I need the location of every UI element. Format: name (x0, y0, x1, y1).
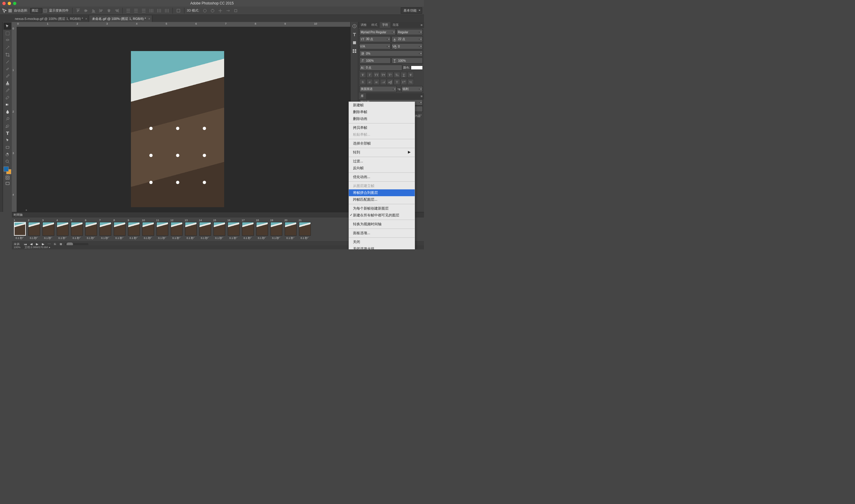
timeline-frame[interactable]: 180.1 秒˅ (255, 219, 269, 240)
bold-button[interactable]: T (359, 72, 366, 78)
window-minimize-icon[interactable] (8, 2, 11, 5)
frame-delay[interactable]: 0.1 秒˅ (300, 236, 309, 240)
frame-thumb[interactable] (242, 222, 254, 236)
timeline-frame[interactable]: 10.1 秒˅ (13, 219, 27, 240)
timeline-tab-label[interactable]: 时间轴 (14, 213, 22, 217)
frame-thumb[interactable] (85, 222, 97, 236)
auto-select-checkbox[interactable] (8, 9, 12, 13)
ctx-delete-frame[interactable]: 删除单帧 (349, 109, 415, 115)
blur-tool[interactable] (3, 108, 11, 115)
ctx-visible-all-frames[interactable]: ✓新建在所有帧中都可见的图层 (349, 212, 415, 219)
healing-tool[interactable] (3, 65, 11, 72)
baseline-field[interactable]: 0 点 (365, 66, 402, 70)
frame-thumb[interactable] (256, 222, 268, 236)
align-left-icon[interactable] (98, 8, 105, 14)
show-transform-checkbox[interactable] (43, 9, 47, 13)
frame-delay[interactable]: 0.1 秒˅ (229, 236, 238, 240)
panel-menu-icon[interactable]: ≡ (419, 93, 424, 99)
horizontal-ruler[interactable]: 012345678910 (17, 22, 350, 27)
hscale-field[interactable]: 100% (397, 59, 423, 62)
timeline-frame[interactable]: 160.1 秒˅ (227, 219, 241, 240)
vertical-ruler[interactable]: 01234 (12, 27, 17, 212)
crop-tool[interactable] (3, 51, 11, 58)
character-panel-icon[interactable] (352, 32, 357, 37)
ordinals-button[interactable]: ad̲ (387, 79, 393, 85)
frame-thumb[interactable] (128, 222, 140, 236)
italic-button[interactable]: T (366, 72, 373, 78)
ctx-optimize[interactable]: 优化动画... (349, 174, 415, 180)
timeline-frame[interactable]: 200.1 秒˅ (284, 219, 298, 240)
smallcaps-button[interactable]: Tᴛ (380, 72, 387, 78)
frame-thumb[interactable] (299, 222, 311, 236)
marquee-tool[interactable] (3, 30, 11, 37)
timeline-frame[interactable]: 20.1 秒˅ (27, 219, 41, 240)
frame-delay[interactable]: 0.1 秒˅ (58, 236, 67, 240)
timeline-frame[interactable]: 110.1 秒˅ (156, 219, 169, 240)
tab-paragraph[interactable]: 段落 (390, 22, 401, 28)
timeline-frame[interactable]: 190.1 秒˅ (270, 219, 283, 240)
chevron-down-icon[interactable] (419, 46, 423, 47)
ctx-convert-video[interactable]: 转换为视频时间轴 (349, 221, 415, 228)
frame-delay[interactable]: 0.1 秒˅ (244, 236, 252, 240)
distribute-top-icon[interactable] (125, 8, 131, 14)
brush-tool[interactable] (3, 72, 11, 79)
ctx-tween[interactable]: 过渡... (349, 158, 415, 165)
screen-mode-icon[interactable] (3, 180, 11, 186)
frame-delay[interactable]: 0.1 秒˅ (201, 236, 209, 240)
strikethrough-button[interactable]: T (407, 72, 414, 78)
language-field[interactable]: 美国英语 (360, 87, 393, 91)
frame-thumb[interactable] (14, 222, 26, 236)
close-icon[interactable]: × (86, 17, 87, 20)
chevron-down-icon[interactable] (393, 89, 396, 90)
timeline-frame[interactable]: 30.1 秒˅ (41, 219, 55, 240)
rectangle-tool[interactable] (3, 144, 11, 151)
close-icon[interactable]: × (148, 17, 150, 20)
frame-thumb[interactable] (100, 222, 111, 236)
window-close-icon[interactable] (2, 2, 6, 5)
stylistic-button[interactable]: st (373, 79, 380, 85)
3d-slide-icon[interactable] (225, 8, 231, 14)
timeline-frame[interactable]: 120.1 秒˅ (170, 219, 183, 240)
lasso-tool[interactable] (3, 37, 11, 44)
ctx-flatten-frames[interactable]: 将帧拼合到图层 (349, 190, 415, 196)
text-color-swatch[interactable] (411, 66, 423, 70)
timeline-frame[interactable]: 130.1 秒˅ (184, 219, 198, 240)
ctx-close[interactable]: 关闭 (349, 239, 415, 246)
frame-delay[interactable]: 0.1 秒˅ (44, 236, 53, 240)
ctx-match-layers[interactable]: 跨帧匹配图层... (349, 196, 415, 203)
subscript-button[interactable]: T₁ (394, 72, 400, 78)
color-panel-icon[interactable] (352, 40, 357, 46)
ctx-goto[interactable]: 转到▶ (349, 149, 415, 156)
move-tool[interactable] (3, 22, 11, 30)
doc-size[interactable]: 文档:2.08M/170.6M▸ (25, 246, 51, 249)
frame-thumb[interactable] (71, 222, 83, 236)
eraser-tool[interactable] (3, 94, 11, 101)
eyedropper-tool[interactable] (3, 58, 11, 65)
frame-delay[interactable]: 0.1 秒˅ (87, 236, 95, 240)
canvas[interactable] (131, 51, 224, 207)
chevron-down-icon[interactable] (419, 102, 423, 103)
history-panel-icon[interactable] (352, 23, 357, 29)
window-maximize-icon[interactable] (13, 2, 16, 5)
titling-button[interactable]: 𝒜 (380, 79, 387, 85)
superscript-button[interactable]: T¹ (387, 72, 393, 78)
ctx-new-layer-each[interactable]: 为每个新帧创建新图层 (349, 205, 415, 212)
foreground-swatch[interactable] (3, 166, 8, 172)
allcaps-button[interactable]: TT (373, 72, 380, 78)
color-swatches[interactable] (3, 166, 12, 175)
ctx-delete-animation[interactable]: 删除动画 (349, 115, 415, 122)
ctx-close-group[interactable]: 关闭选项卡组 (349, 246, 415, 249)
timeline-frame[interactable]: 50.1 秒˅ (70, 219, 84, 240)
half-button[interactable]: ½ (407, 79, 414, 85)
auto-select-target-dropdown[interactable]: 图层 (30, 8, 42, 13)
timeline-frame[interactable]: 150.1 秒˅ (213, 219, 226, 240)
scale-field[interactable]: 0% (365, 52, 419, 55)
zoom-tool[interactable] (3, 158, 11, 165)
timeline-frame[interactable]: 100.1 秒˅ (141, 219, 155, 240)
ctx-new-frame[interactable]: 新建帧 (349, 102, 415, 109)
workspace-switcher[interactable]: 基本功能 (401, 7, 422, 14)
ctx-copy-frame[interactable]: 拷贝单帧 (349, 124, 415, 131)
frame-thumb[interactable] (213, 222, 225, 236)
dodge-tool[interactable] (3, 115, 11, 122)
align-bottom-icon[interactable] (90, 8, 97, 14)
